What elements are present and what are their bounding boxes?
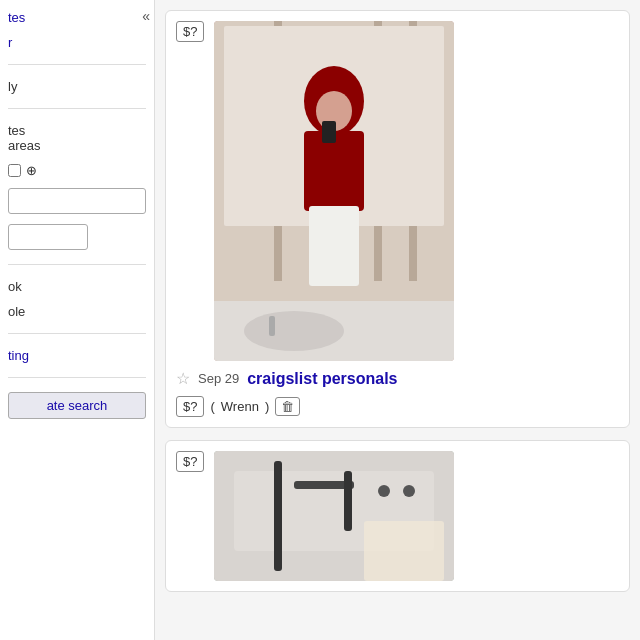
listing-card: $? xyxy=(165,10,630,428)
update-search-button[interactable]: ate search xyxy=(8,392,146,419)
sidebar-ok: ok xyxy=(8,279,146,294)
sidebar-links-section: tes xyxy=(8,10,146,25)
sidebar-filter-only: ly xyxy=(8,79,146,94)
svg-rect-10 xyxy=(309,206,359,286)
svg-rect-20 xyxy=(364,521,444,581)
listing-date: Sep 29 xyxy=(198,371,239,386)
sidebar-divider-5 xyxy=(8,377,146,378)
sidebar-ole: ole xyxy=(8,304,146,319)
listing-price-badge: $? xyxy=(176,21,204,42)
listing-image-row-2: $? xyxy=(176,451,619,581)
sidebar-divider-3 xyxy=(8,264,146,265)
svg-rect-17 xyxy=(344,471,352,531)
svg-point-19 xyxy=(403,485,415,497)
sidebar-location-row: ⊕ xyxy=(8,163,146,178)
svg-point-6 xyxy=(244,311,344,351)
sidebar-divider-2 xyxy=(8,108,146,109)
listing-image-mirror xyxy=(214,21,454,361)
collapse-button[interactable]: « xyxy=(142,8,150,24)
svg-point-18 xyxy=(378,485,390,497)
listing-title[interactable]: craigslist personals xyxy=(247,370,397,388)
sidebar-text-input-1[interactable] xyxy=(8,188,146,214)
listing-price-badge-3: $? xyxy=(176,451,204,472)
sidebar-r-section: r xyxy=(8,35,146,50)
sidebar: « tes r ly tes areas ⊕ ok ole ting ate s… xyxy=(0,0,155,640)
sidebar-listing-link[interactable]: ting xyxy=(8,348,146,363)
sidebar-text-input-2[interactable] xyxy=(8,224,88,250)
svg-rect-15 xyxy=(274,461,282,571)
svg-rect-7 xyxy=(269,316,275,336)
sidebar-divider-4 xyxy=(8,333,146,334)
listing-seller-close: ) xyxy=(265,399,269,414)
listing-seller: ( xyxy=(210,399,214,414)
sidebar-link-tes[interactable]: tes xyxy=(8,10,146,25)
star-icon[interactable]: ☆ xyxy=(176,369,190,388)
listing-image-bathroom xyxy=(214,451,454,581)
sidebar-link-r[interactable]: r xyxy=(8,35,146,50)
listing-meta: ☆ Sep 29 craigslist personals xyxy=(176,369,619,388)
delete-button[interactable]: 🗑 xyxy=(275,397,300,416)
listing-image-row: $? xyxy=(176,21,619,361)
listing-bottom: $? ( Wrenn ) 🗑 xyxy=(176,396,619,417)
listing-card-2: $? xyxy=(165,440,630,592)
sidebar-divider-1 xyxy=(8,64,146,65)
location-icon: ⊕ xyxy=(26,163,37,178)
main-content: $? xyxy=(155,0,640,640)
svg-rect-12 xyxy=(322,121,336,143)
sidebar-checkbox[interactable] xyxy=(8,164,21,177)
sidebar-tes-areas: tes areas xyxy=(8,123,146,153)
listing-seller-name: Wrenn xyxy=(221,399,259,414)
listing-price-badge-2: $? xyxy=(176,396,204,417)
